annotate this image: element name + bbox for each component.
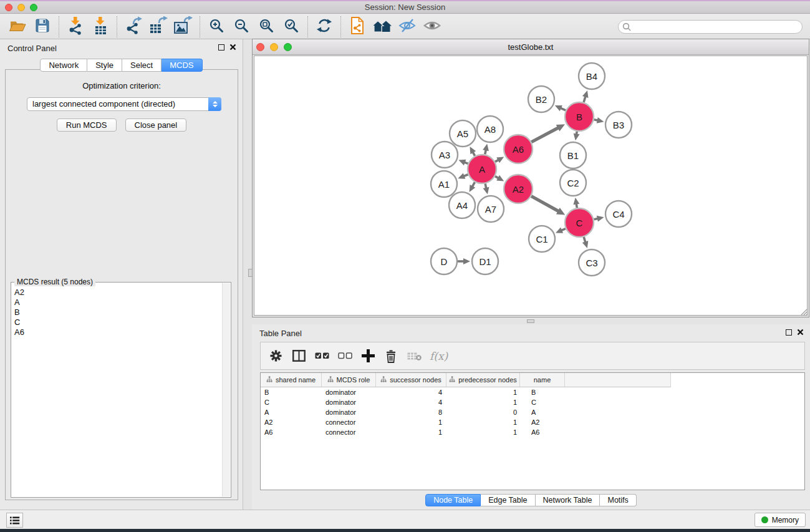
export-table-button[interactable]: [146, 16, 171, 38]
save-session-button[interactable]: [30, 16, 55, 38]
tab-network[interactable]: Network: [40, 59, 87, 72]
table-cell[interactable]: 4: [376, 387, 446, 397]
table-cell[interactable]: dominator: [322, 407, 376, 417]
table-cell[interactable]: 4: [376, 397, 446, 407]
table-settings-button[interactable]: [268, 350, 283, 362]
optimization-criterion-label: Optimization criterion:: [6, 81, 238, 90]
memory-button[interactable]: Memory: [755, 513, 806, 527]
run-mcds-button[interactable]: Run MCDS: [57, 118, 117, 132]
two-houses-icon: [372, 18, 393, 36]
home-button[interactable]: [370, 16, 395, 38]
table-cell[interactable]: 1: [446, 427, 520, 437]
mcds-result-item[interactable]: C: [14, 317, 231, 327]
function-builder-button[interactable]: f(x): [430, 350, 448, 362]
column-header[interactable]: name: [520, 373, 565, 387]
table-row[interactable]: Adominator80A: [261, 407, 804, 417]
table-cell[interactable]: A6: [261, 427, 322, 437]
delete-table-button[interactable]: [407, 352, 422, 360]
table-cell[interactable]: A: [520, 407, 565, 417]
refresh-button[interactable]: [312, 16, 337, 38]
mcds-result-item[interactable]: A2: [14, 288, 231, 297]
tab-mcds[interactable]: MCDS: [162, 59, 202, 72]
control-panel: Control Panel Network Style Select MCDS …: [0, 39, 243, 510]
tab-network-table[interactable]: Network Table: [536, 494, 600, 506]
graph-node-label: A4: [456, 200, 468, 211]
tab-node-table[interactable]: Node Table: [425, 494, 481, 506]
table-cell[interactable]: A2: [261, 417, 322, 427]
export-image-button[interactable]: [171, 16, 196, 38]
table-cell[interactable]: dominator: [322, 387, 376, 397]
table-row[interactable]: A6connector11A6: [261, 427, 804, 437]
table-cell[interactable]: connector: [322, 417, 376, 427]
mcds-result-item[interactable]: B: [14, 307, 231, 317]
table-cell[interactable]: A6: [520, 427, 565, 437]
table-cell[interactable]: 1: [446, 417, 520, 427]
criterion-dropdown[interactable]: largest connected component (directed): [27, 97, 221, 111]
hide-panels-button[interactable]: [395, 16, 420, 38]
select-all-columns-button[interactable]: [314, 352, 329, 359]
memory-label: Memory: [772, 516, 799, 525]
graph-edge[interactable]: [531, 127, 559, 142]
tab-edge-table[interactable]: Edge Table: [481, 494, 535, 506]
zoom-out-button[interactable]: [229, 16, 254, 38]
column-header[interactable]: MCDS role: [322, 373, 376, 387]
open-session-button[interactable]: [5, 16, 30, 38]
zoom-selected-button[interactable]: [279, 16, 304, 38]
export-network-button[interactable]: [121, 16, 146, 38]
table-cell[interactable]: B: [520, 387, 565, 397]
tab-style[interactable]: Style: [87, 59, 122, 72]
network-window-titlebar: testGlobe.txt: [253, 39, 809, 55]
show-panels-button[interactable]: [420, 16, 445, 38]
delete-column-button[interactable]: [383, 349, 398, 363]
import-table-button[interactable]: [88, 16, 113, 38]
table-cell[interactable]: A2: [520, 417, 565, 427]
show-column-panel-button[interactable]: [291, 350, 306, 362]
divider-handle[interactable]: [527, 319, 534, 323]
resize-grip-icon[interactable]: [799, 307, 808, 316]
column-header[interactable]: shared name: [261, 373, 322, 387]
network-canvas[interactable]: B4B2BB3A8A5A6A3B1AC2A1A2A4A7C4CC1C3DD1: [254, 56, 808, 316]
unselect-all-columns-button[interactable]: [337, 352, 352, 359]
graph-edge[interactable]: [531, 196, 559, 212]
float-panel-icon[interactable]: [218, 44, 224, 51]
table-cell[interactable]: 1: [446, 397, 520, 407]
table-cell[interactable]: dominator: [322, 397, 376, 407]
table-cell[interactable]: 8: [376, 407, 446, 417]
mcds-result-item[interactable]: A6: [14, 327, 231, 337]
toolbar-separator: [117, 16, 117, 37]
zoom-in-button[interactable]: [204, 16, 229, 38]
import-network-button[interactable]: [63, 16, 88, 38]
table-cell[interactable]: B: [261, 387, 322, 397]
create-column-button[interactable]: [360, 349, 375, 362]
close-panel-icon[interactable]: [229, 44, 236, 51]
close-panel-icon[interactable]: [797, 329, 804, 336]
table-cell[interactable]: 0: [446, 407, 520, 417]
table-cell[interactable]: 1: [446, 387, 520, 397]
table-row[interactable]: A2connector11A2: [261, 417, 804, 427]
tab-select[interactable]: Select: [122, 59, 162, 72]
table-row[interactable]: Bdominator41B: [261, 387, 804, 397]
zoom-fit-button[interactable]: [254, 16, 279, 38]
table-cell[interactable]: 1: [376, 427, 446, 437]
table-cell[interactable]: connector: [322, 427, 376, 437]
table-row[interactable]: Cdominator41C: [261, 397, 804, 407]
toolbar-separator: [200, 16, 200, 37]
network-from-file-button[interactable]: [345, 16, 370, 38]
column-header[interactable]: predecessor nodes: [446, 373, 520, 387]
column-header[interactable]: successor nodes: [376, 373, 446, 387]
node-table-header: shared nameMCDS rolesuccessor nodesprede…: [261, 373, 804, 387]
search-input[interactable]: [618, 20, 803, 34]
task-history-button[interactable]: [6, 513, 23, 528]
table-cell[interactable]: C: [520, 397, 565, 407]
float-panel-icon[interactable]: [786, 329, 792, 336]
tab-motifs[interactable]: Motifs: [600, 494, 636, 506]
list-icon: [9, 516, 20, 525]
table-cell[interactable]: A: [261, 407, 322, 417]
control-panel-title: Control Panel: [7, 44, 57, 53]
table-cell[interactable]: 1: [376, 417, 446, 427]
tree-attribute-icon: [380, 376, 387, 384]
mcds-result-item[interactable]: A: [14, 297, 231, 307]
result-scrollbar[interactable]: [222, 283, 230, 496]
close-panel-button[interactable]: Close panel: [125, 118, 187, 132]
table-cell[interactable]: C: [261, 397, 322, 407]
